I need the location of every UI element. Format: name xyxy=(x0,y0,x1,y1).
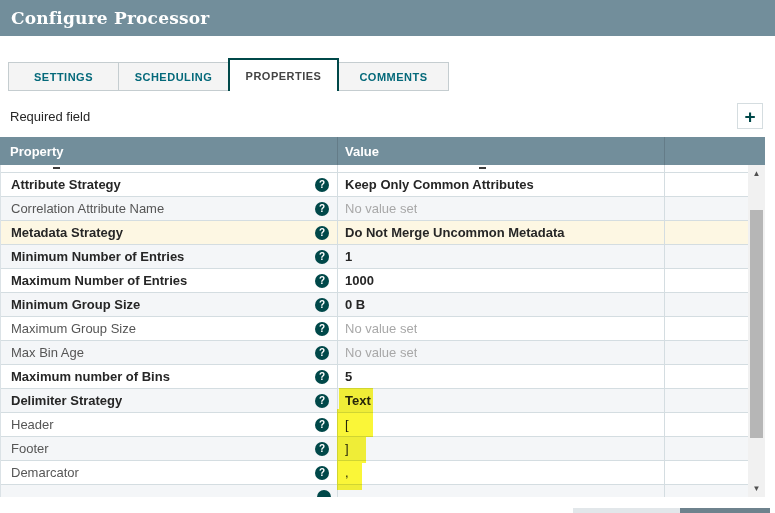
value-cell[interactable]: 0 B xyxy=(338,293,665,316)
property-value[interactable]: Text xyxy=(345,393,371,408)
property-cell: Maximum number of Bins ? xyxy=(1,365,338,388)
help-icon[interactable]: ? xyxy=(315,346,329,360)
partial-apply-button[interactable] xyxy=(680,508,770,513)
value-cell[interactable]: 1 xyxy=(338,245,665,268)
property-name: Minimum Group Size xyxy=(11,297,140,312)
scroll-down-button[interactable]: ▼ xyxy=(748,480,765,497)
table-row[interactable]: Metadata Strategy ? Do Not Merge Uncommo… xyxy=(1,221,748,245)
value-cell[interactable]: No value set xyxy=(338,197,665,220)
table-row[interactable]: Max Bin Age ? No value set xyxy=(1,341,748,365)
help-icon[interactable]: ? xyxy=(315,250,329,264)
value-cell[interactable]: [ xyxy=(338,413,665,436)
table-row[interactable]: Maximum number of Bins ? 5 xyxy=(1,365,748,389)
partial-row-bottom xyxy=(1,485,748,497)
property-name: Maximum Number of Entries xyxy=(11,273,187,288)
property-name: Max Bin Age xyxy=(11,345,84,360)
vertical-scrollbar[interactable]: ▲ ▼ xyxy=(748,165,765,497)
column-header-value: Value xyxy=(338,137,665,165)
help-icon[interactable]: ? xyxy=(315,466,329,480)
property-value[interactable]: Keep Only Common Attributes xyxy=(345,177,534,192)
extra-cell xyxy=(665,245,748,268)
tab-scheduling[interactable]: SCHEDULING xyxy=(118,62,229,91)
property-cell: Demarcator ? xyxy=(1,461,338,484)
property-value[interactable]: No value set xyxy=(345,345,417,360)
property-name: Attribute Strategy xyxy=(11,177,121,192)
property-value[interactable]: 0 B xyxy=(345,297,365,312)
property-cell: Metadata Strategy ? xyxy=(1,221,338,244)
property-value[interactable]: No value set xyxy=(345,201,417,216)
property-value[interactable]: 1 xyxy=(345,249,352,264)
property-cell: Footer ? xyxy=(1,437,338,460)
partial-row-top xyxy=(1,165,748,173)
property-value[interactable]: No value set xyxy=(345,321,417,336)
property-value[interactable]: ] xyxy=(345,441,349,456)
table-row[interactable]: Header ? [ xyxy=(1,413,748,437)
tab-properties[interactable]: PROPERTIES xyxy=(228,58,339,91)
help-icon[interactable]: ? xyxy=(315,442,329,456)
tab-bar: SETTINGS SCHEDULING PROPERTIES COMMENTS xyxy=(8,58,448,91)
property-cell: Correlation Attribute Name ? xyxy=(1,197,338,220)
dialog-header: Configure Processor xyxy=(0,0,775,36)
extra-cell xyxy=(665,365,748,388)
value-cell[interactable]: No value set xyxy=(338,341,665,364)
value-cell[interactable]: 5 xyxy=(338,365,665,388)
extra-cell xyxy=(665,317,748,340)
table-row[interactable]: Footer ? ] xyxy=(1,437,748,461)
property-cell: Attribute Strategy ? xyxy=(1,173,338,196)
tab-comments[interactable]: COMMENTS xyxy=(338,62,449,91)
table-body-wrap: Attribute Strategy ? Keep Only Common At… xyxy=(0,165,765,497)
help-icon[interactable]: ? xyxy=(315,370,329,384)
property-cell: Max Bin Age ? xyxy=(1,341,338,364)
help-icon[interactable]: ? xyxy=(315,298,329,312)
property-cell: Delimiter Strategy ? xyxy=(1,389,338,412)
property-name: Footer xyxy=(11,441,49,456)
property-name: Delimiter Strategy xyxy=(11,393,122,408)
extra-cell xyxy=(665,173,748,196)
table-row[interactable]: Maximum Group Size ? No value set xyxy=(1,317,748,341)
table-row[interactable]: Delimiter Strategy ? Text xyxy=(1,389,748,413)
help-icon[interactable]: ? xyxy=(315,202,329,216)
configure-processor-dialog: Configure Processor SETTINGS SCHEDULING … xyxy=(0,0,775,513)
extra-cell xyxy=(665,389,748,412)
help-icon[interactable]: ? xyxy=(315,394,329,408)
help-icon[interactable]: ? xyxy=(315,418,329,432)
extra-cell xyxy=(665,197,748,220)
property-value[interactable]: [ xyxy=(345,417,349,432)
property-value[interactable]: 1000 xyxy=(345,273,374,288)
extra-cell xyxy=(665,269,748,292)
tab-settings[interactable]: SETTINGS xyxy=(8,62,119,91)
table-row[interactable]: Minimum Number of Entries ? 1 xyxy=(1,245,748,269)
dialog-title: Configure Processor xyxy=(11,8,209,28)
value-cell[interactable]: Do Not Merge Uncommon Metadata xyxy=(338,221,665,244)
table-row[interactable]: Minimum Group Size ? 0 B xyxy=(1,293,748,317)
help-icon[interactable]: ? xyxy=(315,226,329,240)
partial-cancel-button[interactable] xyxy=(573,508,680,513)
value-cell[interactable]: Keep Only Common Attributes xyxy=(338,173,665,196)
value-cell[interactable]: 1000 xyxy=(338,269,665,292)
property-value[interactable]: Do Not Merge Uncommon Metadata xyxy=(345,225,565,240)
table-row[interactable]: Maximum Number of Entries ? 1000 xyxy=(1,269,748,293)
property-cell: Maximum Number of Entries ? xyxy=(1,269,338,292)
add-property-button[interactable]: + xyxy=(737,103,763,129)
table-row[interactable]: Correlation Attribute Name ? No value se… xyxy=(1,197,748,221)
value-cell[interactable]: ] xyxy=(338,437,665,460)
table-body: Attribute Strategy ? Keep Only Common At… xyxy=(1,165,748,497)
property-value[interactable]: 5 xyxy=(345,369,352,384)
rows-container: Attribute Strategy ? Keep Only Common At… xyxy=(1,173,748,485)
table-header: Property Value xyxy=(0,137,765,165)
table-row[interactable]: Attribute Strategy ? Keep Only Common At… xyxy=(1,173,748,197)
property-name: Maximum Group Size xyxy=(11,321,136,336)
value-cell[interactable]: , xyxy=(338,461,665,484)
property-value[interactable]: , xyxy=(345,465,349,480)
table-row[interactable]: Demarcator ? , xyxy=(1,461,748,485)
scroll-up-button[interactable]: ▲ xyxy=(748,165,765,182)
value-cell[interactable]: Text xyxy=(338,389,665,412)
help-icon[interactable]: ? xyxy=(315,322,329,336)
help-icon[interactable]: ? xyxy=(315,178,329,192)
extra-cell xyxy=(665,461,748,484)
extra-cell xyxy=(665,293,748,316)
help-icon[interactable]: ? xyxy=(315,274,329,288)
property-cell: Minimum Number of Entries ? xyxy=(1,245,338,268)
scrollbar-thumb[interactable] xyxy=(750,210,763,438)
value-cell[interactable]: No value set xyxy=(338,317,665,340)
